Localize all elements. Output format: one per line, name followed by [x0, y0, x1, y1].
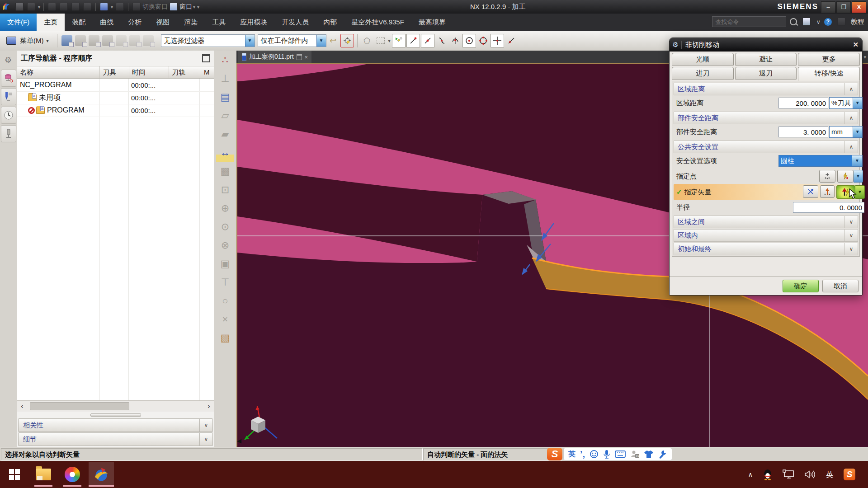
part-safety-input[interactable] — [778, 127, 828, 137]
menu-developer[interactable]: 开发人员 — [274, 14, 316, 31]
nx-app-button[interactable] — [89, 462, 114, 487]
selection-scope-combo[interactable]: 仅在工作部件内▼ — [258, 34, 326, 47]
relevance-panel[interactable]: 相关性 ∨ — [18, 418, 213, 432]
quickbar-overflow-icon[interactable]: ▾ — [197, 5, 199, 9]
scroll-right-icon[interactable]: › — [204, 402, 214, 410]
machine-tool-navigator-icon[interactable] — [1, 70, 16, 87]
anchor-icon[interactable] — [83, 3, 91, 11]
tab-smoothing[interactable]: 光顺 — [672, 53, 734, 66]
create-tool-icon[interactable] — [75, 35, 86, 46]
menu-curve[interactable]: 曲线 — [93, 14, 121, 31]
qq-icon[interactable] — [763, 469, 773, 480]
menu-analysis[interactable]: 分析 — [121, 14, 149, 31]
tool-axis-icon[interactable]: ⊤ — [216, 273, 234, 291]
tooling-icon[interactable] — [1, 125, 16, 142]
post-process-icon[interactable] — [143, 35, 154, 46]
cancel-button[interactable]: 取消 — [822, 280, 859, 292]
speaker-icon[interactable] — [804, 470, 816, 479]
snap-point-toggle-icon[interactable] — [340, 34, 354, 47]
search-icon[interactable] — [790, 18, 797, 25]
window-icon[interactable] — [170, 3, 178, 11]
mouse-gesture-icon[interactable] — [837, 18, 845, 26]
radius-input[interactable] — [793, 202, 864, 213]
window-dropdown-icon[interactable]: ▾ — [193, 5, 195, 9]
tab-engage[interactable]: 进刀 — [672, 67, 734, 80]
skin-shirt-icon[interactable] — [644, 450, 654, 459]
restore-button[interactable]: ❐ — [836, 1, 851, 13]
point-dropdown-icon[interactable]: ▼ — [854, 170, 863, 183]
column-toolpath[interactable]: 刀轨 — [169, 66, 201, 78]
gear-icon[interactable]: ⚙ — [1, 52, 15, 68]
tray-chevron-up-icon[interactable]: ∧ — [748, 471, 753, 478]
enable-snap-icon[interactable] — [392, 34, 406, 47]
panel-splitter[interactable] — [17, 412, 214, 418]
menu-plugin[interactable]: 星空外挂V6.935F — [344, 14, 411, 31]
operation-navigator-icon[interactable] — [1, 88, 16, 105]
vector-dialog-icon[interactable] — [803, 185, 818, 198]
sheet-icon[interactable]: ▣ — [216, 255, 234, 273]
dialog-gear-icon[interactable]: ⚙ — [670, 41, 682, 49]
ellipse-icon[interactable]: ○ — [216, 292, 234, 310]
ok-button[interactable]: 确定 — [783, 280, 819, 292]
expand-icon[interactable]: ∨ — [844, 216, 858, 228]
circle-center-icon[interactable] — [462, 34, 476, 47]
scrollbar-thumb[interactable] — [30, 402, 129, 410]
collapse-icon[interactable]: ∧ — [844, 112, 858, 124]
section-icon[interactable]: ⊕ — [216, 199, 234, 217]
intersection-point-icon[interactable] — [491, 34, 504, 47]
csys-icon[interactable] — [100, 3, 108, 11]
menu-assemblies[interactable]: 装配 — [65, 14, 93, 31]
skin-person-icon[interactable]: 13 — [630, 450, 639, 459]
inferred-vector-icon[interactable] — [820, 185, 835, 198]
minimize-button[interactable]: – — [821, 1, 835, 13]
wrench-icon[interactable] — [658, 450, 667, 459]
cube-icon[interactable]: ⊡ — [216, 181, 234, 199]
create-method-icon[interactable] — [102, 35, 113, 46]
file-explorer-button[interactable] — [31, 462, 56, 487]
tray-sogou-icon[interactable]: S — [844, 469, 855, 480]
sogou-logo-icon[interactable]: S — [547, 448, 562, 460]
switch-window-label[interactable]: 切换窗口 — [142, 3, 168, 11]
window-layout-icon[interactable] — [802, 18, 811, 26]
generate-toolpath-icon[interactable] — [116, 35, 127, 46]
column-m[interactable]: M — [201, 66, 214, 78]
close-button[interactable]: X — [852, 1, 866, 13]
tutorial-label[interactable]: 教程 — [851, 18, 864, 26]
expand-icon[interactable]: ∨ — [844, 230, 858, 241]
tab-overflow-icon[interactable]: ▾ — [863, 54, 866, 60]
section-initial-final[interactable]: 初始和最终 ∨ — [674, 243, 858, 255]
browser-button[interactable] — [60, 462, 85, 487]
microphone-icon[interactable] — [603, 450, 610, 459]
undo-dropdown-icon[interactable]: ▾ — [38, 5, 40, 9]
tangent-point-icon[interactable] — [435, 34, 448, 47]
help-icon[interactable]: ? — [824, 18, 832, 26]
mid-point-icon[interactable] — [421, 34, 434, 47]
ime-punctuation-icon[interactable]: ’, — [580, 449, 585, 460]
menu-tools[interactable]: 工具 — [205, 14, 233, 31]
close-tab-icon[interactable]: × — [305, 54, 308, 61]
polygon-select-icon[interactable]: ⬠ — [361, 34, 373, 47]
arc-center-icon[interactable] — [449, 34, 462, 47]
collapse-icon[interactable]: ∧ — [844, 141, 858, 153]
copy-icon[interactable] — [60, 3, 68, 11]
window-label[interactable]: 窗口 — [179, 3, 192, 11]
boolean-icon[interactable]: ⊗ — [216, 236, 234, 254]
section-between-regions[interactable]: 区域之间 ∨ — [674, 216, 858, 228]
menu-render[interactable]: 渲染 — [177, 14, 205, 31]
tab-retract[interactable]: 退刀 — [735, 67, 797, 80]
emoji-icon[interactable] — [590, 450, 599, 459]
tree-row-program[interactable]: PROGRAM 00:00:... — [17, 104, 214, 117]
paste-icon[interactable] — [71, 3, 80, 11]
trim-icon[interactable]: × — [216, 310, 234, 328]
datum-csys-icon[interactable]: ▰ — [216, 125, 234, 143]
csys-tool-icon[interactable]: ⊥ — [216, 70, 234, 88]
tree-row-unused[interactable]: 未用项 00:00:... — [17, 91, 214, 104]
section-common-safety[interactable]: 公共安全设置 ∧ — [674, 141, 858, 153]
region-distance-input[interactable] — [778, 98, 828, 108]
part-safety-unit-combo[interactable]: mm▼ — [829, 126, 863, 138]
menu-application[interactable]: 应用模块 — [233, 14, 274, 31]
menu-file[interactable]: 文件(F) — [0, 14, 37, 31]
pointer-icon[interactable] — [116, 3, 124, 11]
menu-button[interactable]: 菜单(M)▾ — [0, 33, 54, 48]
inferred-point-icon[interactable] — [837, 170, 854, 183]
